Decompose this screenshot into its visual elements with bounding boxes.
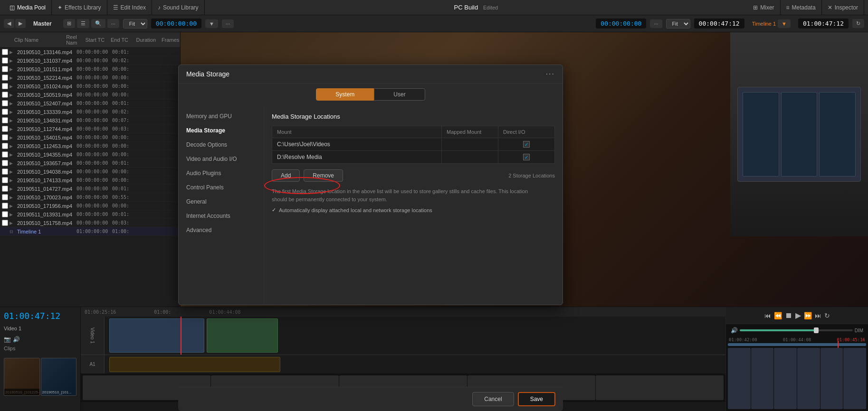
sidebar-advanced[interactable]: Advanced	[179, 223, 264, 237]
clip-checkbox[interactable]	[2, 186, 8, 192]
metadata-tab[interactable]: ≡ Metadata	[781, 0, 822, 15]
stop-button[interactable]: ⏹	[785, 311, 792, 320]
play-button[interactable]: ▶	[795, 311, 801, 320]
clip-checkbox[interactable]	[2, 100, 8, 106]
sidebar-memory-gpu[interactable]: Memory and GPU	[179, 109, 264, 123]
playhead	[181, 317, 181, 355]
nav-forward-button[interactable]: ▶	[15, 19, 26, 28]
clip-checkbox[interactable]	[2, 92, 8, 98]
clip-row[interactable]: ▶20190510_193657.mp400:00:00:0000:01:	[0, 159, 180, 168]
clip-row[interactable]: ▶20190510_150519.mp400:00:00:0000:00:	[0, 91, 180, 99]
clip-checkbox[interactable]	[2, 177, 8, 183]
clip-checkbox[interactable]	[2, 49, 8, 55]
add-storage-button[interactable]: Add	[272, 169, 300, 182]
nav-back-button[interactable]: ◀	[4, 19, 14, 28]
list-view-button[interactable]: ☰	[77, 19, 89, 28]
mixer-tab[interactable]: ⊞ Mixer	[747, 0, 780, 15]
skip-start-button[interactable]: ⏮	[764, 312, 771, 319]
user-tab[interactable]: User	[374, 88, 425, 101]
loop-toggle-button[interactable]: ↻	[824, 312, 830, 319]
skip-end-button[interactable]: ⏩	[804, 312, 812, 319]
clip-row[interactable]: ▶20190510_154015.mp400:00:00:0000:00:	[0, 133, 180, 142]
second-bar: ◀ ▶ Master ⊞ ☰ 🔍 ··· Fit 00:00:00:00 ▼ ·…	[0, 15, 868, 32]
clip-row[interactable]: ▶20190510_171956.mp400:00:00:0000:00:	[0, 202, 180, 210]
effects-library-tab[interactable]: ✦ Effects Library	[52, 0, 107, 15]
fit-dropdown-left[interactable]: Fit	[123, 19, 147, 28]
clip-row[interactable]: ▶20190510_152407.mp400:00:00:0000:01:	[0, 99, 180, 108]
direct-io-checkbox-2[interactable]: ✓	[523, 154, 530, 160]
sidebar-video-audio-io[interactable]: Video and Audio I/O	[179, 152, 264, 166]
clip-row[interactable]: ▶20190510_112744.mp400:00:00:0000:03:	[0, 125, 180, 133]
storage-row-2[interactable]: D:\Resolve Media ✓	[272, 151, 555, 164]
volume-slider[interactable]	[740, 329, 853, 331]
save-button[interactable]: Save	[518, 392, 555, 406]
timeline-dropdown-button[interactable]: ▼	[778, 19, 791, 28]
tc-more-button[interactable]: ···	[650, 19, 662, 28]
direct-io-checkbox-1[interactable]: ✓	[523, 141, 530, 148]
cancel-button[interactable]: Cancel	[472, 392, 514, 406]
sidebar-internet-accounts[interactable]: Internet Accounts	[179, 209, 264, 223]
loop-button[interactable]: ↻	[852, 19, 864, 28]
clip-row[interactable]: ▶20190510_194355.mp400:00:00:0000:00:	[0, 150, 180, 159]
clip-checkbox[interactable]	[2, 83, 8, 89]
clip-checkbox[interactable]	[2, 66, 8, 72]
clip-row[interactable]: ▶20190510_152214.mp400:00:00:0000:00:	[0, 74, 180, 82]
clip-checkbox[interactable]	[2, 57, 8, 64]
video-clip-1[interactable]	[109, 318, 204, 353]
clip-row[interactable]: ▶20190510_151024.mp400:00:00:0000:00:	[0, 82, 180, 91]
clip-checkbox[interactable]	[2, 151, 8, 158]
skip-last-button[interactable]: ⏭	[815, 312, 821, 319]
sidebar-audio-plugins[interactable]: Audio Plugins	[179, 166, 264, 180]
clip-checkbox[interactable]	[2, 109, 8, 115]
clip-row[interactable]: ▶20190511_014727.mp400:00:00:0000:01:	[0, 185, 180, 193]
clip-checkbox[interactable]	[2, 160, 8, 166]
clip-checkbox[interactable]	[2, 117, 8, 123]
clip-row[interactable]: ▶20190510_174133.mp400:00:00:0000:00:	[0, 176, 180, 185]
step-back-button[interactable]: ⏪	[774, 312, 782, 319]
clip-row[interactable]: ▶20190510_131037.mp400:00:00:0000:02:	[0, 56, 180, 65]
search-button[interactable]: 🔍	[91, 19, 105, 28]
edit-index-tab[interactable]: ☰ Edit Index	[107, 0, 152, 15]
direct-io-1: ✓	[498, 138, 555, 151]
sound-library-tab[interactable]: ♪ Sound Library	[152, 0, 205, 15]
dropdown-arrow[interactable]: ▼	[205, 19, 218, 28]
clip-row[interactable]: ▶20190510_151758.mp400:00:00:0000:03:	[0, 219, 180, 227]
clip-checkbox[interactable]	[2, 168, 8, 175]
clip-row[interactable]: ▶20190510_194038.mp400:00:00:0000:00:	[0, 168, 180, 176]
sidebar-media-storage[interactable]: Media Storage	[179, 123, 264, 138]
media-pool-tab[interactable]: ◫ Media Pool	[4, 0, 52, 15]
storage-row-1[interactable]: C:\Users\Joel\Videos ✓	[272, 138, 555, 151]
sidebar-general[interactable]: General	[179, 195, 264, 209]
system-tab[interactable]: System	[316, 88, 374, 101]
inspector-tab[interactable]: ✕ Inspector	[822, 0, 864, 15]
effects-library-icon: ✦	[57, 4, 62, 11]
clip-row[interactable]: ▶20190510_170023.mp400:00:00:0000:55:	[0, 193, 180, 202]
audio-clip-1[interactable]	[109, 357, 280, 372]
clip-checkbox[interactable]	[2, 194, 8, 200]
clip-row[interactable]: ▶20190510_133339.mp400:00:00:0000:02:	[0, 108, 180, 116]
clip-checkbox[interactable]	[2, 126, 8, 132]
sidebar-decode-options[interactable]: Decode Options	[179, 138, 264, 152]
clip-checkbox[interactable]	[2, 203, 8, 209]
clip-row[interactable]: ▶20190510_101511.mp400:00:00:0000:00:	[0, 65, 180, 74]
more-btn[interactable]: ···	[222, 19, 234, 28]
clip-checkbox[interactable]	[2, 143, 8, 149]
clip-row[interactable]: ▶20190510_133146.mp400:00:00:0000:01:	[0, 48, 180, 56]
inspector-label: Inspector	[835, 4, 858, 11]
checkmark-icon: ✓	[272, 207, 276, 213]
clip-row[interactable]: ▶20190511_013931.mp400:00:00:0000:01:	[0, 210, 180, 219]
clip-checkbox[interactable]	[2, 211, 8, 217]
more-options-button[interactable]: ···	[107, 19, 119, 28]
clip-checkbox[interactable]	[2, 220, 8, 226]
sidebar-control-panels[interactable]: Control Panels	[179, 180, 264, 195]
clip-checkbox[interactable]	[2, 75, 8, 81]
video-clip-2[interactable]	[207, 318, 278, 353]
modal-more-button[interactable]: ···	[546, 70, 555, 78]
clip-row[interactable]: ▶20190510_134831.mp400:00:00:0000:07:	[0, 116, 180, 125]
clip-row[interactable]: ▶20190510_112453.mp400:00:00:0000:00:	[0, 142, 180, 150]
grid-view-button[interactable]: ⊞	[63, 19, 75, 28]
timeline-row[interactable]: ⊟Timeline 101:00:00:0001:00:	[0, 227, 180, 236]
fit-dropdown-right[interactable]: Fit	[666, 19, 690, 28]
clip-checkbox[interactable]	[2, 134, 8, 140]
remove-storage-button[interactable]: Remove	[304, 169, 343, 182]
